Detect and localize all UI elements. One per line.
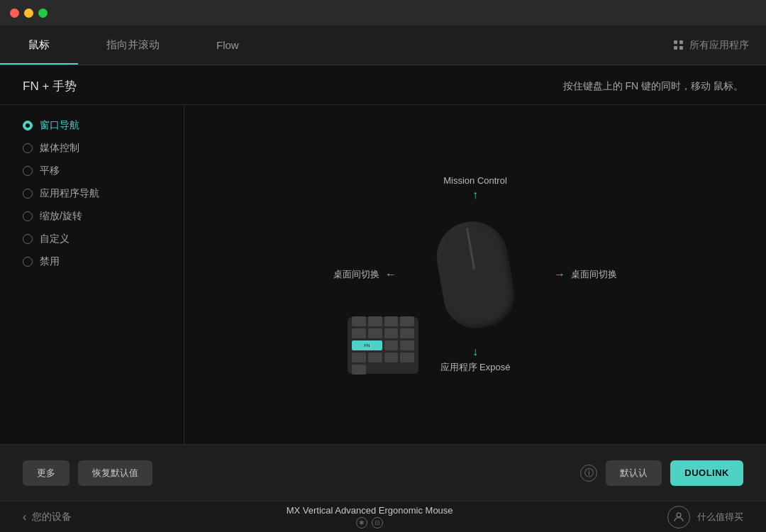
device-icons: ✱ ⊟: [356, 517, 383, 528]
info-icon[interactable]: ⓘ: [580, 465, 597, 482]
key-w: [368, 316, 382, 326]
usb-icon: ⊟: [372, 517, 383, 528]
close-button[interactable]: [10, 9, 19, 18]
more-button[interactable]: 更多: [23, 460, 70, 486]
key-d: [384, 328, 399, 338]
mouse-diagram: Mission Control ↑ ← 桌面间切换 → 桌面间切换 ↓: [326, 161, 624, 388]
key-s: [368, 328, 382, 338]
tab-mouse[interactable]: 鼠标: [0, 26, 78, 65]
radio-pan: [23, 166, 33, 176]
grid-icon: [674, 40, 684, 50]
bottom-toolbar: 更多 恢复默认值 ⓘ 默认认 DUOLINK: [0, 444, 766, 501]
restore-button[interactable]: 恢复默认值: [78, 460, 152, 486]
footer-center: MX Vertical Advanced Ergonomic Mouse ✱ ⊟: [72, 505, 667, 528]
key-z: [352, 353, 366, 362]
direction-right: → 桌面间切换: [554, 268, 617, 281]
arrow-down-icon: ↓: [472, 345, 478, 358]
section-header: FN + 手势 按住键盘上的 FN 键的同时，移动 鼠标。: [0, 65, 766, 104]
option-window-nav[interactable]: 窗口导航: [23, 119, 161, 132]
arrow-left-icon: ←: [385, 268, 396, 281]
radio-disabled: [23, 257, 33, 267]
options-panel: 窗口导航 媒体控制 平移 应用程序导航 缩放/旋转 自定义: [0, 105, 184, 444]
default-button[interactable]: 默认认: [606, 460, 662, 486]
mouse-shape: [431, 216, 520, 333]
key-r: [400, 316, 414, 326]
footer-right: 什么值得买: [667, 506, 743, 528]
section-title: FN + 手势: [23, 78, 77, 94]
radio-zoom-rotate: [23, 211, 33, 221]
duolink-button[interactable]: DUOLINK: [670, 460, 743, 486]
user-icon[interactable]: [667, 506, 690, 528]
back-button[interactable]: ‹ 您的设备: [23, 511, 72, 523]
radio-window-nav: [23, 121, 33, 131]
traffic-lights: [10, 9, 48, 18]
minimize-button[interactable]: [24, 9, 33, 18]
bluetooth-icon: ✱: [356, 517, 367, 528]
direction-top: Mission Control ↑: [443, 175, 507, 201]
tab-bar: 鼠标 指向并滚动 Flow 所有应用程序: [0, 26, 766, 65]
option-disabled[interactable]: 禁用: [23, 255, 161, 268]
key-c: [384, 353, 399, 362]
viz-panel: Mission Control ↑ ← 桌面间切换 → 桌面间切换 ↓: [184, 105, 766, 444]
content-panel: 窗口导航 媒体控制 平移 应用程序导航 缩放/旋转 自定义: [0, 104, 766, 444]
tab-pointer[interactable]: 指向并滚动: [78, 26, 188, 65]
all-apps-button[interactable]: 所有应用程序: [657, 26, 766, 65]
maximize-button[interactable]: [38, 9, 48, 18]
footer: ‹ 您的设备 MX Vertical Advanced Ergonomic Mo…: [0, 501, 766, 532]
keyboard-grid: FN: [352, 316, 414, 375]
option-pan[interactable]: 平移: [23, 165, 161, 177]
key-a: [352, 328, 366, 338]
brand-label: 什么值得买: [697, 511, 743, 523]
option-zoom-rotate[interactable]: 缩放/旋转: [23, 210, 161, 223]
radio-app-nav: [23, 189, 33, 199]
direction-left: ← 桌面间切换: [333, 268, 396, 281]
key-q: [352, 316, 366, 326]
radio-custom: [23, 234, 33, 244]
key-space2: [400, 340, 414, 350]
device-name: MX Vertical Advanced Ergonomic Mouse: [287, 505, 453, 516]
svg-point-0: [677, 513, 681, 517]
option-media-control[interactable]: 媒体控制: [23, 142, 161, 155]
section-description: 按住键盘上的 FN 键的同时，移动 鼠标。: [563, 80, 743, 93]
direction-bottom: ↓ 应用程序 Exposé: [440, 345, 511, 374]
key-x: [368, 353, 382, 362]
radio-media-control: [23, 143, 33, 153]
option-app-nav[interactable]: 应用程序导航: [23, 187, 161, 200]
key-f: [400, 328, 414, 338]
title-bar: [0, 0, 766, 26]
chevron-left-icon: ‹: [23, 511, 26, 523]
key-e: [384, 316, 399, 326]
key-b: [352, 365, 366, 375]
arrow-up-icon: ↑: [472, 189, 478, 201]
main-content: FN + 手势 按住键盘上的 FN 键的同时，移动 鼠标。 窗口导航 媒体控制 …: [0, 65, 766, 444]
arrow-right-icon: →: [554, 268, 565, 281]
fn-key: FN: [352, 340, 382, 350]
keyboard-hint: FN: [348, 317, 418, 374]
tab-flow[interactable]: Flow: [188, 26, 267, 65]
key-space1: [384, 340, 399, 350]
key-v: [400, 353, 414, 362]
option-custom[interactable]: 自定义: [23, 233, 161, 245]
